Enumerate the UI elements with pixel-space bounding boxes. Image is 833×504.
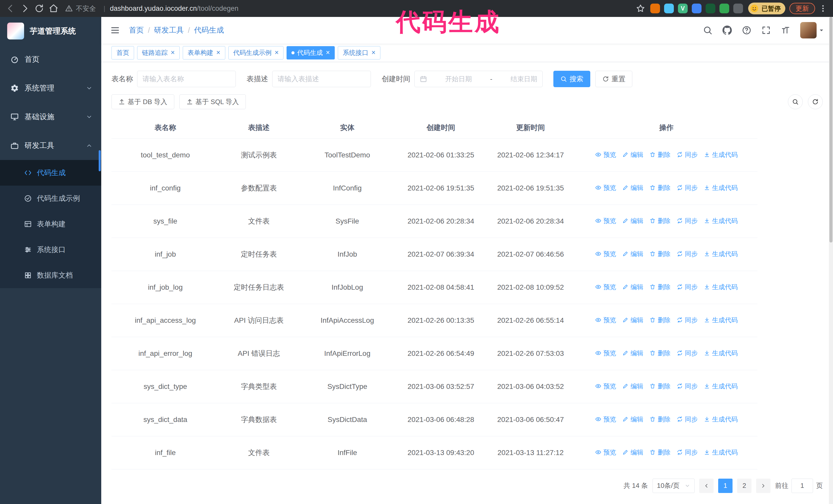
sync-link[interactable]: 同步: [677, 250, 698, 258]
generate-code-link[interactable]: 生成代码: [704, 150, 738, 159]
breadcrumb-item[interactable]: 代码生成: [194, 25, 224, 35]
generate-code-link[interactable]: 生成代码: [704, 448, 738, 457]
generate-code-link[interactable]: 生成代码: [704, 415, 738, 424]
delete-link[interactable]: 删除: [649, 349, 670, 357]
page-scrollbar-thumb[interactable]: [829, 17, 832, 242]
github-icon[interactable]: [722, 25, 732, 35]
delete-link[interactable]: 删除: [649, 283, 670, 291]
sidebar-scrollbar-thumb[interactable]: [99, 150, 101, 171]
delete-link[interactable]: 删除: [649, 217, 670, 225]
preview-link[interactable]: 预览: [595, 382, 616, 390]
sidebar-item-system[interactable]: 系统管理: [0, 74, 101, 102]
page-size-select[interactable]: 10条/页: [652, 479, 695, 493]
prev-page-button[interactable]: [699, 479, 714, 493]
close-icon[interactable]: ×: [372, 49, 376, 56]
delete-link[interactable]: 删除: [649, 150, 670, 159]
preview-link[interactable]: 预览: [595, 415, 616, 424]
edit-link[interactable]: 编辑: [622, 448, 643, 457]
edit-link[interactable]: 编辑: [622, 382, 643, 390]
forward-icon[interactable]: [20, 4, 30, 13]
sync-link[interactable]: 同步: [677, 217, 698, 225]
sidebar-item-codegen[interactable]: 代码生成: [0, 160, 101, 186]
toggle-search-button[interactable]: [788, 94, 803, 109]
extension-icon-green[interactable]: [719, 4, 729, 13]
sync-link[interactable]: 同步: [677, 448, 698, 457]
delete-link[interactable]: 删除: [649, 382, 670, 390]
tab-form-builder[interactable]: 表单构建 ×: [183, 46, 225, 59]
close-icon[interactable]: ×: [326, 49, 330, 56]
refresh-table-button[interactable]: [808, 94, 823, 109]
generate-code-link[interactable]: 生成代码: [704, 382, 738, 390]
close-icon[interactable]: ×: [171, 49, 175, 56]
search-button[interactable]: 搜索: [553, 71, 590, 87]
address-bar[interactable]: 不安全 | dashboard.yudao.iocoder.cn/tool/co…: [65, 4, 629, 13]
edit-link[interactable]: 编辑: [622, 415, 643, 424]
extension-icon-blue[interactable]: [692, 4, 701, 13]
delete-link[interactable]: 删除: [649, 415, 670, 424]
preview-link[interactable]: 预览: [595, 283, 616, 291]
generate-code-link[interactable]: 生成代码: [704, 250, 738, 258]
sync-link[interactable]: 同步: [677, 184, 698, 192]
extension-icon-darkgreen[interactable]: [706, 4, 715, 13]
sync-link[interactable]: 同步: [677, 349, 698, 357]
sync-link[interactable]: 同步: [677, 316, 698, 324]
extension-icon-lightblue[interactable]: [664, 4, 674, 13]
sidebar-item-api[interactable]: 系统接口: [0, 237, 101, 263]
sidebar-item-infra[interactable]: 基础设施: [0, 102, 101, 131]
preview-link[interactable]: 预览: [595, 150, 616, 159]
search-icon[interactable]: [703, 25, 713, 35]
sidebar-item-db-doc[interactable]: 数据库文档: [0, 263, 101, 288]
edit-link[interactable]: 编辑: [622, 217, 643, 225]
table-name-input[interactable]: [137, 71, 236, 87]
tab-codegen-example[interactable]: 代码生成示例 ×: [229, 46, 284, 59]
edit-link[interactable]: 编辑: [622, 250, 643, 258]
hamburger-icon[interactable]: [110, 25, 120, 35]
back-icon[interactable]: [6, 4, 15, 13]
tab-codegen[interactable]: 代码生成 ×: [287, 46, 335, 59]
profile-chip[interactable]: 已暂停: [748, 3, 785, 14]
extension-icon-orange[interactable]: [650, 4, 660, 13]
fullscreen-icon[interactable]: [761, 25, 771, 35]
tab-home[interactable]: 首页: [112, 46, 134, 59]
browser-menu-icon[interactable]: [819, 4, 827, 13]
edit-link[interactable]: 编辑: [622, 283, 643, 291]
next-page-button[interactable]: [756, 479, 770, 493]
goto-page-input[interactable]: [791, 479, 813, 493]
preview-link[interactable]: 预览: [595, 250, 616, 258]
edit-link[interactable]: 编辑: [622, 316, 643, 324]
tab-api[interactable]: 系统接口 ×: [338, 46, 380, 59]
font-size-icon[interactable]: [781, 25, 790, 35]
sidebar-item-form-builder[interactable]: 表单构建: [0, 211, 101, 237]
import-sql-button[interactable]: 基于 SQL 导入: [180, 94, 246, 109]
generate-code-link[interactable]: 生成代码: [704, 283, 738, 291]
bookmark-star-icon[interactable]: [636, 4, 645, 13]
generate-code-link[interactable]: 生成代码: [704, 217, 738, 225]
delete-link[interactable]: 删除: [649, 250, 670, 258]
import-db-button[interactable]: 基于 DB 导入: [112, 94, 174, 109]
edit-link[interactable]: 编辑: [622, 184, 643, 192]
reset-button[interactable]: 重置: [595, 71, 632, 87]
sync-link[interactable]: 同步: [677, 150, 698, 159]
user-menu[interactable]: [800, 22, 824, 39]
extension-icon-gray[interactable]: [733, 4, 743, 13]
generate-code-link[interactable]: 生成代码: [704, 349, 738, 357]
preview-link[interactable]: 预览: [595, 184, 616, 192]
sidebar-item-codegen-example[interactable]: 代码生成示例: [0, 186, 101, 211]
preview-link[interactable]: 预览: [595, 316, 616, 324]
preview-link[interactable]: 预览: [595, 349, 616, 357]
breadcrumb-item[interactable]: 首页: [129, 25, 144, 35]
sync-link[interactable]: 同步: [677, 283, 698, 291]
generate-code-link[interactable]: 生成代码: [704, 184, 738, 192]
app-logo[interactable]: 芋道管理系统: [0, 17, 101, 45]
create-time-range-picker[interactable]: 开始日期 - 结束日期: [414, 71, 543, 87]
tab-tracing[interactable]: 链路追踪 ×: [137, 46, 180, 59]
sync-link[interactable]: 同步: [677, 415, 698, 424]
page-button-2[interactable]: 2: [737, 479, 752, 493]
sidebar-item-home[interactable]: 首页: [0, 45, 101, 74]
delete-link[interactable]: 删除: [649, 448, 670, 457]
reload-icon[interactable]: [34, 4, 44, 13]
page-button-1[interactable]: 1: [718, 479, 733, 493]
help-icon[interactable]: [742, 25, 752, 35]
page-scrollbar[interactable]: [829, 17, 833, 504]
sidebar-item-devtools[interactable]: 研发工具: [0, 131, 101, 160]
